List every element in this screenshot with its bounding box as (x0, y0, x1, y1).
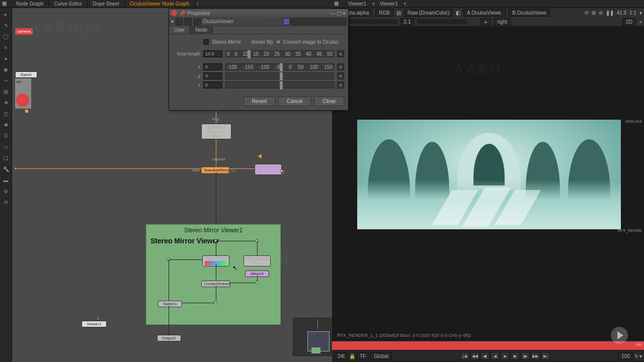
close-panel-icon[interactable] (339, 18, 346, 25)
gain-slider[interactable] (347, 19, 397, 24)
tool-folder[interactable]: ▬ (2, 176, 10, 184)
tool-wrench[interactable]: 🔧 (2, 165, 10, 173)
dialog-tab-user[interactable]: User (169, 26, 190, 34)
inputA-dropdown[interactable]: A OculusViewe. (463, 9, 506, 17)
x-input[interactable] (203, 63, 222, 70)
view-dropdown[interactable]: ● (480, 18, 491, 26)
help-icon[interactable] (323, 18, 330, 25)
tool-brush[interactable]: ❏ (2, 154, 10, 162)
collapse-icon[interactable]: ▾ (171, 19, 174, 24)
gamma-slider[interactable] (417, 19, 467, 24)
cancel-button[interactable]: Cancel (278, 97, 311, 106)
node-reformat[interactable]: Reformat1 RFX_RENDER_1 (255, 164, 282, 175)
copy-icon[interactable] (307, 18, 314, 25)
tab-oculus-nodegraph[interactable]: OculusViewer Node Graph (125, 0, 195, 8)
tool-lines[interactable]: ≡ (2, 43, 10, 51)
tool-spark[interactable]: ✱ (2, 121, 10, 129)
node-eyes[interactable]: Eyes1 (15, 71, 37, 78)
focal-length-input[interactable] (203, 50, 222, 57)
overlay-play-icon[interactable] (611, 327, 628, 344)
node-oneview-right[interactable]: OneView1 Right (244, 255, 271, 266)
scale-input[interactable]: 2.1 (400, 18, 415, 26)
dialog-titlebar[interactable]: 📌 Properties — ▢ ✕ (169, 9, 348, 17)
node-output[interactable]: Output1 (157, 335, 181, 341)
center-icon[interactable] (176, 18, 183, 25)
goto-start-button[interactable]: |◀ (460, 352, 469, 360)
tab-dope-sheet[interactable]: Dope Sheet (88, 0, 125, 8)
tool-node[interactable]: ▭ (2, 143, 10, 151)
x-anim-button[interactable]: N (337, 63, 344, 70)
revert-button[interactable]: Revert (244, 97, 275, 106)
tab-close-icon[interactable]: × (196, 1, 199, 7)
y-anim-button[interactable]: N (337, 72, 344, 79)
step-back-button[interactable]: ◀◀ (470, 352, 479, 360)
lock-icon[interactable] (185, 18, 192, 25)
node-sphere[interactable]: Sphere1 Projection Screen (201, 124, 231, 139)
close-icon[interactable]: ✕ (342, 11, 346, 16)
lut-dropdown[interactable]: Raw (DreamColor) (404, 9, 453, 17)
inputB-dropdown[interactable]: B OculusViewe (509, 9, 550, 17)
toolbar-icon[interactable]: ▤ (396, 10, 401, 16)
edit-icon[interactable] (291, 18, 298, 25)
node-scanline-render[interactable]: ScanlineRender1 (201, 167, 229, 173)
viewer-render-output[interactable] (357, 120, 621, 229)
frame-end[interactable]: 100 (618, 352, 633, 360)
mode-dropdown[interactable]: 2D (622, 18, 636, 26)
tab-viewer1b[interactable]: Viewer1 (375, 0, 404, 8)
toolbar-icon[interactable]: ⊘ (599, 10, 603, 16)
y-input[interactable] (203, 72, 222, 79)
fps-lock-icon[interactable]: 🔒 (349, 353, 355, 359)
timeline[interactable]: 100 (332, 341, 644, 350)
node-camera[interactable]: camera (15, 28, 33, 35)
tool-layers[interactable]: ▤ (2, 87, 10, 96)
node-axis-bg[interactable]: xis (15, 78, 31, 109)
playback-mode[interactable]: Global (370, 352, 392, 360)
node-name-input[interactable] (203, 19, 281, 24)
tool-oval[interactable]: ◯ (2, 32, 10, 40)
goto-end-button[interactable]: ▶| (541, 352, 550, 360)
next-frame-button[interactable]: |▶ (521, 352, 530, 360)
tab-node-graph[interactable]: Node Graph (11, 0, 49, 8)
tool-cube[interactable]: ◫ (2, 110, 10, 118)
stop-button[interactable]: ■ (501, 352, 510, 360)
toolbar-icon[interactable]: ⊞ (592, 10, 596, 16)
wand-icon[interactable] (194, 18, 201, 25)
frame-start[interactable]: 24t (334, 352, 348, 360)
maximize-icon[interactable]: ▢ (337, 11, 341, 16)
undo-icon[interactable] (299, 18, 306, 25)
node-switch[interactable]: Switch1 (158, 301, 182, 307)
loop-icon[interactable]: ↻ (634, 353, 638, 359)
node-graph-minimap[interactable] (292, 317, 332, 357)
focal-length-slider[interactable]: 05101520253035404550 (225, 50, 334, 57)
toolbar-icon[interactable]: ● (639, 19, 642, 25)
tab-viewer1a[interactable]: Viewer1 (343, 0, 372, 8)
tool-refresh[interactable]: ⟳ (2, 198, 10, 206)
tool-presets[interactable]: ⚙ (2, 187, 10, 195)
zoom-ratio[interactable]: 1:1 (629, 10, 636, 16)
zoom-value[interactable]: 41.9 (617, 10, 626, 16)
x-icon[interactable]: ✕ (276, 39, 280, 45)
tool-move[interactable]: ✥ (2, 99, 10, 107)
step-fwd-button[interactable]: ▶▶ (531, 352, 540, 360)
fps-mode[interactable]: TF (356, 352, 369, 360)
toolbar-icon[interactable]: ▾ (639, 10, 642, 16)
colorspace-dropdown[interactable]: RGB (375, 9, 393, 17)
z-input[interactable] (203, 81, 222, 88)
close-button[interactable]: Close (314, 97, 344, 106)
node-viewer[interactable]: Viewer1 (82, 321, 107, 327)
focal-anim-button[interactable]: N (337, 50, 344, 57)
pin-icon[interactable]: 📌 (179, 11, 185, 16)
settings-icon[interactable]: ▾ (639, 353, 642, 359)
tool-circle[interactable]: ● (2, 54, 10, 62)
tab-close-icon[interactable]: × (404, 1, 407, 7)
minimize-icon[interactable]: — (331, 11, 336, 16)
tool-cut[interactable]: ✂ (2, 76, 10, 84)
tool-pointer[interactable]: ▸ (2, 10, 10, 18)
x-slider[interactable]: -100-150-100-50050100150 (225, 63, 334, 70)
s-icon[interactable] (315, 18, 322, 25)
view-right-dropdown[interactable]: right (494, 18, 511, 26)
z-anim-button[interactable]: N (337, 81, 344, 88)
tool-pen[interactable]: ✎ (2, 21, 10, 29)
tab-curve-editor[interactable]: Curve Editor (49, 0, 88, 8)
z-slider[interactable] (225, 81, 334, 88)
